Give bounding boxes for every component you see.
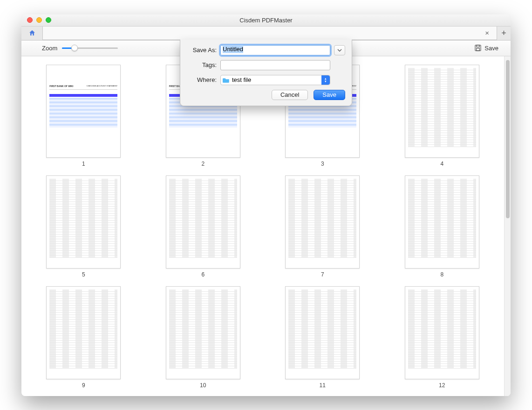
page-thumbnail[interactable]: 4 xyxy=(399,65,486,167)
home-icon xyxy=(28,29,36,37)
page-thumbnail-image xyxy=(405,286,479,379)
page-thumbnail-image xyxy=(166,286,240,379)
saveas-value: Untitled xyxy=(223,45,243,53)
app-window: Cisdem PDFMaster × + Zoom Save FIRST BAN… xyxy=(21,14,511,396)
page-thumbnail-image xyxy=(285,286,360,379)
minimize-window-button[interactable] xyxy=(36,17,42,23)
page-thumbnail[interactable]: 9 xyxy=(40,286,127,389)
document-tab[interactable]: × xyxy=(43,27,497,40)
page-thumbnail-image xyxy=(46,286,121,379)
svg-rect-1 xyxy=(477,45,480,47)
saveas-label: Save As: xyxy=(187,47,217,54)
svg-rect-0 xyxy=(475,45,481,51)
page-thumbnail[interactable]: 10 xyxy=(160,286,247,389)
close-tab-button[interactable]: × xyxy=(480,29,494,37)
vertical-scrollbar[interactable] xyxy=(504,56,511,396)
save-button-label: Save xyxy=(484,45,498,52)
page-thumbnail[interactable]: FIRST BANK OF WIKICHECKING ACCOUNT STATE… xyxy=(40,65,127,167)
window-controls xyxy=(21,17,51,23)
expand-dialog-button[interactable] xyxy=(334,45,345,55)
page-number-label: 1 xyxy=(82,161,85,167)
page-number-label: 5 xyxy=(82,271,85,278)
page-thumbnail[interactable]: 6 xyxy=(160,175,247,278)
zoom-label: Zoom xyxy=(42,45,57,52)
page-number-label: 4 xyxy=(440,161,443,167)
svg-rect-2 xyxy=(477,48,480,51)
tags-label: Tags: xyxy=(187,61,217,68)
page-number-label: 2 xyxy=(201,161,205,167)
zoom-slider-thumb[interactable] xyxy=(71,45,78,51)
page-thumbnail[interactable]: 8 xyxy=(399,175,486,278)
page-thumbnail-image xyxy=(405,175,479,269)
new-tab-button[interactable]: + xyxy=(497,27,511,40)
page-thumbnail[interactable]: 12 xyxy=(399,286,486,389)
tab-bar: × + xyxy=(21,27,511,40)
cancel-button[interactable]: Cancel xyxy=(272,90,308,100)
page-number-label: 3 xyxy=(321,161,324,167)
page-thumbnail[interactable]: 7 xyxy=(279,175,366,278)
dialog-save-button[interactable]: Save xyxy=(314,90,345,100)
page-number-label: 8 xyxy=(440,271,443,278)
page-number-label: 11 xyxy=(320,382,326,389)
page-thumbnail[interactable]: 5 xyxy=(40,175,127,278)
close-window-button[interactable] xyxy=(27,17,33,23)
page-number-label: 10 xyxy=(200,382,206,389)
page-thumbnail-image xyxy=(46,175,121,269)
thumbnail-grid-scroll[interactable]: FIRST BANK OF WIKICHECKING ACCOUNT STATE… xyxy=(21,56,504,396)
zoom-window-button[interactable] xyxy=(46,17,51,23)
save-icon xyxy=(474,44,482,52)
page-thumbnail-image xyxy=(285,175,360,269)
page-thumbnail-image: FIRST BANK OF WIKICHECKING ACCOUNT STATE… xyxy=(46,65,121,158)
where-select[interactable]: test file ▴▾ xyxy=(220,75,330,85)
content-area: FIRST BANK OF WIKICHECKING ACCOUNT STATE… xyxy=(21,56,511,396)
updown-icon: ▴▾ xyxy=(325,77,327,83)
save-button[interactable]: Save xyxy=(474,44,498,52)
scrollbar-thumb[interactable] xyxy=(506,60,510,218)
chevron-down-icon xyxy=(337,49,342,52)
where-label: Where: xyxy=(187,76,217,83)
where-dropdown-arrow[interactable]: ▴▾ xyxy=(321,75,330,85)
page-thumbnail[interactable]: 11 xyxy=(279,286,366,389)
page-number-label: 9 xyxy=(82,382,85,389)
folder-icon xyxy=(223,77,230,83)
thumbnail-grid: FIRST BANK OF WIKICHECKING ACCOUNT STATE… xyxy=(40,65,485,389)
titlebar: Cisdem PDFMaster xyxy=(21,14,511,27)
saveas-input[interactable]: Untitled xyxy=(220,45,330,55)
page-number-label: 12 xyxy=(439,382,445,389)
page-number-label: 6 xyxy=(201,271,205,278)
page-thumbnail-image xyxy=(166,175,240,269)
tags-input[interactable] xyxy=(220,60,330,70)
save-dialog: Save As: Untitled Tags: Where: test file… xyxy=(180,40,352,106)
home-tab[interactable] xyxy=(21,27,43,40)
where-value: test file xyxy=(232,76,251,83)
zoom-slider[interactable] xyxy=(62,47,118,49)
page-number-label: 7 xyxy=(321,271,324,278)
window-title: Cisdem PDFMaster xyxy=(21,17,511,24)
page-thumbnail-image xyxy=(405,65,479,158)
